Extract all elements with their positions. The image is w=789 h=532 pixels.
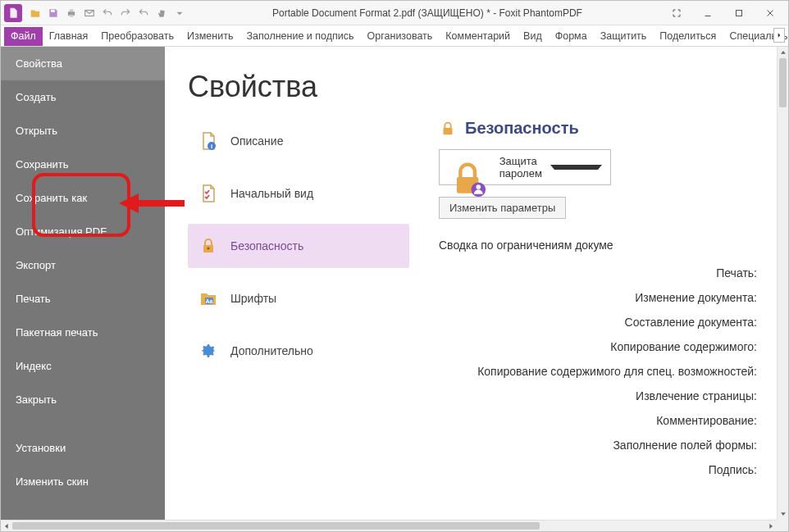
file-menu-optimize[interactable]: Оптимизация PDF <box>1 215 165 248</box>
properties-nav: i Описание Начальный вид Безопасность Aa… <box>188 119 409 513</box>
file-menu-saveas[interactable]: Сохранить как <box>1 181 165 215</box>
restriction-row: Комментирование: <box>656 414 757 427</box>
svg-rect-0 <box>51 9 55 11</box>
file-menu-open[interactable]: Открыть <box>1 114 165 148</box>
tab-edit[interactable]: Изменить <box>180 27 239 46</box>
file-menu-close[interactable]: Закрыть <box>1 383 165 416</box>
page-info-icon: i <box>198 130 219 152</box>
props-nav-label: Начальный вид <box>230 187 313 200</box>
file-menu-settings[interactable]: Установки <box>1 431 165 465</box>
tab-organize[interactable]: Организовать <box>361 27 440 46</box>
scroll-right-icon[interactable] <box>765 521 777 531</box>
svg-point-17 <box>472 183 486 198</box>
file-menu-create[interactable]: Создать <box>1 80 165 114</box>
svg-rect-15 <box>444 128 453 134</box>
file-menu-print[interactable]: Печать <box>1 282 165 316</box>
app-window: Portable Document Format 2.pdf (ЗАЩИЩЕНО… <box>0 0 789 532</box>
lock-user-icon <box>448 159 491 175</box>
props-nav-label: Дополнительно <box>230 344 313 357</box>
props-nav-fonts[interactable]: Aa Шрифты <box>188 276 409 321</box>
properties-layout: i Описание Начальный вид Безопасность Aa… <box>188 119 757 513</box>
tab-convert[interactable]: Преобразовать <box>94 27 180 46</box>
restriction-row: Копирование содержимого для спец. возмож… <box>477 365 757 378</box>
email-icon[interactable] <box>81 5 98 21</box>
change-params-button[interactable]: Изменить параметры <box>439 197 566 219</box>
lock-icon <box>439 120 457 138</box>
file-menu-save[interactable]: Сохранить <box>1 148 165 181</box>
scroll-track[interactable] <box>12 521 765 531</box>
scroll-thumb[interactable] <box>12 522 540 530</box>
scroll-thumb[interactable] <box>779 58 787 107</box>
file-menu-skin[interactable]: Изменить скин <box>1 465 165 498</box>
tab-fillsign[interactable]: Заполнение и подпись <box>239 27 360 46</box>
fullscreen-icon[interactable] <box>667 5 686 21</box>
security-heading: Безопасность <box>439 119 757 138</box>
svg-rect-2 <box>70 9 74 11</box>
props-nav-initialview[interactable]: Начальный вид <box>188 171 409 216</box>
horizontal-scrollbar[interactable] <box>1 520 777 531</box>
properties-content: Свойства i Описание Начальный вид Безопа… <box>165 47 777 520</box>
props-nav-security[interactable]: Безопасность <box>188 224 409 268</box>
restriction-row: Заполнение полей формы: <box>613 439 757 452</box>
svg-point-12 <box>208 248 210 250</box>
file-menu-sidebar: Свойства Создать Открыть Сохранить Сохра… <box>1 47 165 520</box>
vertical-scrollbar[interactable] <box>777 47 788 520</box>
undo-dropdown-icon[interactable] <box>135 5 152 21</box>
props-nav-description[interactable]: i Описание <box>188 119 409 163</box>
minimize-icon[interactable] <box>698 5 718 21</box>
file-menu-batchprint[interactable]: Пакетная печать <box>1 316 165 349</box>
security-method-value: Защита паролем <box>499 155 543 180</box>
props-nav-label: Описание <box>230 134 283 148</box>
security-panel: Безопасность Защита паролем Изменить пар… <box>439 119 757 513</box>
save-icon[interactable] <box>45 5 62 21</box>
svg-rect-6 <box>737 10 742 16</box>
undo-icon[interactable] <box>99 5 116 21</box>
scroll-up-icon[interactable] <box>778 47 788 58</box>
file-menu-index[interactable]: Индекс <box>1 349 165 383</box>
security-restrictions-table: Печать: Изменение документа: Составление… <box>439 266 757 476</box>
props-nav-label: Шрифты <box>230 292 276 305</box>
restriction-row: Копирование содержимого: <box>610 340 757 353</box>
scroll-down-icon[interactable] <box>778 508 788 520</box>
svg-text:Aa: Aa <box>206 298 213 304</box>
tab-protect[interactable]: Защитить <box>594 27 654 46</box>
close-icon[interactable] <box>760 5 780 21</box>
open-icon[interactable] <box>27 5 43 21</box>
fonts-folder-icon: Aa <box>198 288 219 309</box>
scroll-left-icon[interactable] <box>1 521 12 531</box>
tab-home[interactable]: Главная <box>43 27 95 46</box>
main-area: Свойства Создать Открыть Сохранить Сохра… <box>1 47 777 520</box>
tab-form[interactable]: Форма <box>549 27 594 46</box>
security-method-select[interactable]: Защита паролем <box>439 149 611 185</box>
checklist-icon <box>198 183 219 204</box>
scrollbar-corner <box>777 520 788 531</box>
tab-comment[interactable]: Комментарий <box>439 27 517 46</box>
svg-text:i: i <box>211 143 212 150</box>
maximize-icon[interactable] <box>729 5 749 21</box>
gear-icon <box>198 340 219 361</box>
redo-icon[interactable] <box>117 5 134 21</box>
window-title: Portable Document Format 2.pdf (ЗАЩИЩЕНО… <box>188 7 667 19</box>
restriction-row: Извлечение страницы: <box>636 389 757 402</box>
chevron-down-icon <box>550 165 602 170</box>
window-controls <box>667 5 785 21</box>
file-menu-properties[interactable]: Свойства <box>1 47 165 80</box>
svg-rect-3 <box>70 14 74 16</box>
tab-file[interactable]: Файл <box>4 27 43 46</box>
app-logo-icon <box>4 4 22 22</box>
ribbon-tabs: Файл Главная Преобразовать Изменить Запо… <box>1 25 788 47</box>
titlebar: Portable Document Format 2.pdf (ЗАЩИЩЕНО… <box>1 1 788 25</box>
qat-more-icon[interactable] <box>171 5 188 21</box>
security-heading-text: Безопасность <box>465 119 579 138</box>
security-summary-title: Сводка по ограничениям докуме <box>439 239 757 252</box>
hand-tool-icon[interactable] <box>153 5 170 21</box>
props-nav-label: Безопасность <box>230 239 303 252</box>
tab-view[interactable]: Вид <box>517 27 549 46</box>
ribbon-scroll-right-icon[interactable] <box>773 28 785 43</box>
restriction-row: Изменение документа: <box>635 291 757 304</box>
restriction-row: Подпись: <box>709 463 757 476</box>
print-icon[interactable] <box>63 5 80 21</box>
file-menu-export[interactable]: Экспорт <box>1 248 165 282</box>
props-nav-advanced[interactable]: Дополнительно <box>188 329 409 373</box>
tab-share[interactable]: Поделиться <box>653 27 723 46</box>
